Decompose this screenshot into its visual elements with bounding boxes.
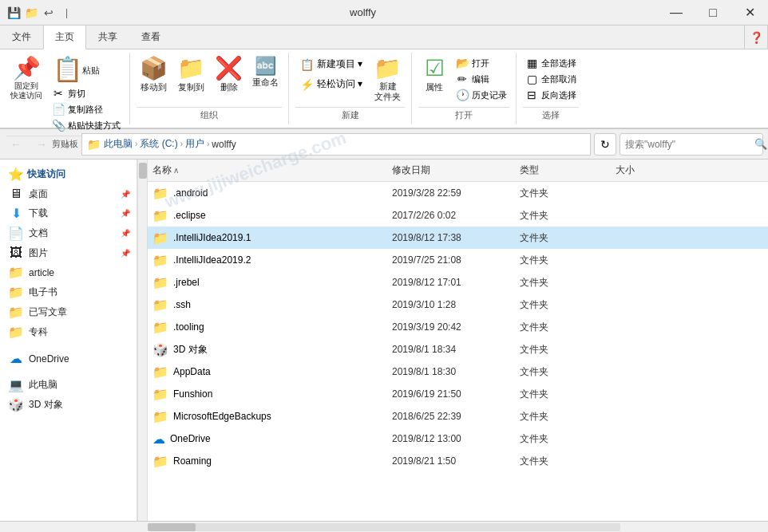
open-icon: 📂 xyxy=(456,57,469,69)
sidebar-item-specialty[interactable]: 📁 专科 xyxy=(0,322,137,342)
tab-home[interactable]: 主页 xyxy=(43,25,86,49)
table-row[interactable]: 📁.IntelliJIdea2019.1 2019/8/12 17:38 文件夹 xyxy=(148,227,768,249)
filelist: 📁.android 2019/3/28 22:59 文件夹 📁.eclipse … xyxy=(148,182,768,521)
ribbon-group-open: ☑ 属性 📂 打开 ✏ 编辑 🕐 历史记录 打开 xyxy=(412,53,517,124)
copypath-button[interactable]: 📄 复制路径 xyxy=(49,102,123,116)
table-row[interactable]: 📁.jrebel 2019/8/12 17:01 文件夹 xyxy=(148,271,768,294)
pin-indicator3: 📌 xyxy=(121,229,130,238)
back-button[interactable]: ← xyxy=(5,133,27,156)
invertselect-icon: ⊟ xyxy=(525,89,538,101)
breadcrumb-wolffy[interactable]: wolffy xyxy=(212,139,236,150)
star-icon: ⭐ xyxy=(8,167,24,182)
newfolder-button[interactable]: 📁 新建文件夹 xyxy=(370,56,405,104)
search-box[interactable]: 🔍 xyxy=(620,133,763,156)
thispc-icon: 💻 xyxy=(8,377,24,392)
table-row[interactable]: 📁Roaming 2019/8/21 1:50 文件夹 xyxy=(148,450,768,472)
sidebar-section-quickaccess: ⭐ 快速访问 🖥 桌面 📌 ⬇ 下载 📌 📄 xyxy=(0,163,137,344)
paste-button[interactable]: 📋 粘贴 xyxy=(49,56,123,85)
table-row[interactable]: 🎲3D 对象 2019/8/1 18:34 文件夹 xyxy=(148,338,768,361)
history-button[interactable]: 🕐 历史记录 xyxy=(453,88,509,102)
minimize-button[interactable]: — xyxy=(658,0,695,26)
pin-indicator4: 📌 xyxy=(121,249,130,258)
forward-button[interactable]: → xyxy=(30,133,53,156)
table-row[interactable]: 📁.ssh 2019/3/10 1:28 文件夹 xyxy=(148,294,768,316)
clipboard-buttons: 📌 固定到快速访问 📋 粘贴 ✂ 剪切 📄 复制路径 📎 粘贴 xyxy=(6,56,123,132)
close-button[interactable]: ✕ xyxy=(731,0,768,26)
3d-icon: 🎲 xyxy=(152,342,168,357)
search-icon[interactable]: 🔍 xyxy=(750,138,768,150)
maximize-button[interactable]: □ xyxy=(695,0,731,26)
sidebar-item-pictures[interactable]: 🖼 图片 📌 xyxy=(0,243,137,262)
col-name[interactable]: 名称 ∧ xyxy=(148,162,387,179)
sidebar-quickaccess-header[interactable]: ⭐ 快速访问 xyxy=(0,164,137,184)
col-type[interactable]: 类型 xyxy=(515,162,611,179)
rename-button[interactable]: 🔤 重命名 xyxy=(249,56,282,90)
moveto-button[interactable]: 📦 移动到 xyxy=(137,56,171,95)
sidebar-item-article[interactable]: 📁 article xyxy=(0,262,137,282)
pasteshortcut-button[interactable]: 📎 粘贴快捷方式 xyxy=(49,118,123,132)
col-size[interactable]: 大小 xyxy=(611,162,768,179)
search-input[interactable] xyxy=(620,139,750,150)
table-row[interactable]: 📁AppData 2019/8/1 18:30 文件夹 xyxy=(148,361,768,383)
breadcrumb-users[interactable]: 用户 xyxy=(185,137,204,151)
help-icon[interactable]: ❓ xyxy=(744,25,768,49)
folder-icon: 📁 xyxy=(152,454,168,469)
table-row[interactable]: 📁Funshion 2019/6/19 21:50 文件夹 xyxy=(148,383,768,405)
breadcrumb[interactable]: 📁 此电脑 › 系统 (C:) › 用户 › wolffy xyxy=(81,133,591,156)
sidebar-documents-label: 文档 xyxy=(29,227,116,240)
select-label: 选择 xyxy=(523,107,579,121)
newitem-icon: 📋 xyxy=(300,58,314,71)
open-buttons: ☑ 属性 📂 打开 ✏ 编辑 🕐 历史记录 xyxy=(418,56,509,104)
sidebar-scrollbar[interactable] xyxy=(137,160,147,521)
refresh-button[interactable]: ↻ xyxy=(594,133,616,156)
titlebar-save-icon[interactable]: 💾 xyxy=(6,6,21,20)
sidebar-item-written[interactable]: 📁 已写文章 xyxy=(0,302,137,322)
selectall-button[interactable]: ▦ 全部选择 xyxy=(523,56,579,70)
table-row[interactable]: 📁.android 2019/3/28 22:59 文件夹 xyxy=(148,182,768,204)
col-date[interactable]: 修改日期 xyxy=(387,162,515,179)
delete-button[interactable]: ❌ 删除 xyxy=(212,56,246,95)
hscroll-thumb xyxy=(148,523,196,531)
cut-button[interactable]: ✂ 剪切 xyxy=(49,86,123,100)
table-row[interactable]: 📁.IntelliJIdea2019.2 2019/7/25 21:08 文件夹 xyxy=(148,249,768,271)
table-row[interactable]: 📁.eclipse 2017/2/26 0:02 文件夹 xyxy=(148,204,768,227)
invertselect-button[interactable]: ⊟ 反向选择 xyxy=(523,88,579,102)
breadcrumb-thispc[interactable]: 此电脑 xyxy=(104,137,133,151)
sidebar-item-onedrive[interactable]: ☁ OneDrive xyxy=(0,349,137,368)
sidebar-item-thispc[interactable]: 💻 此电脑 xyxy=(0,375,137,395)
folder-icon: 📁 xyxy=(152,365,168,380)
sidebar-section-onedrive: ☁ OneDrive xyxy=(0,347,137,370)
deselectall-button[interactable]: ▢ 全部取消 xyxy=(523,72,579,86)
sidebar-item-desktop[interactable]: 🖥 桌面 📌 xyxy=(0,184,137,203)
sidebar-pictures-label: 图片 xyxy=(29,246,116,260)
table-row[interactable]: ☁OneDrive 2019/8/12 13:00 文件夹 xyxy=(148,428,768,450)
properties-button[interactable]: ☑ 属性 xyxy=(418,56,450,95)
titlebar-folder-icon[interactable]: 📁 xyxy=(24,6,38,20)
up-button[interactable]: ↑ xyxy=(56,133,78,156)
tab-share[interactable]: 共享 xyxy=(86,25,129,49)
copypath-icon: 📄 xyxy=(52,103,65,116)
tab-file[interactable]: 文件 xyxy=(0,25,43,49)
sidebar-item-ebook[interactable]: 📁 电子书 xyxy=(0,282,137,302)
newitem-button[interactable]: 📋 新建项目 ▾ xyxy=(295,56,367,73)
specialty-icon: 📁 xyxy=(8,325,24,340)
sidebar-item-documents[interactable]: 📄 文档 📌 xyxy=(0,223,137,243)
tab-view[interactable]: 查看 xyxy=(129,25,172,49)
sidebar-item-3dobjects[interactable]: 🎲 3D 对象 xyxy=(0,395,137,415)
pictures-icon: 🖼 xyxy=(8,246,24,260)
breadcrumb-c[interactable]: 系统 (C:) xyxy=(140,137,177,151)
edit-button[interactable]: ✏ 编辑 xyxy=(453,72,509,86)
table-row[interactable]: 📁.tooling 2019/3/19 20:42 文件夹 xyxy=(148,316,768,338)
titlebar-undo-icon[interactable]: ↩ xyxy=(42,6,56,20)
sidebar-item-downloads[interactable]: ⬇ 下载 📌 xyxy=(0,203,137,223)
copyto-button[interactable]: 📁 复制到 xyxy=(174,56,208,95)
window-controls: — □ ✕ xyxy=(658,0,768,26)
horizontal-scrollbar[interactable] xyxy=(0,521,768,532)
ribbon: 📌 固定到快速访问 📋 粘贴 ✂ 剪切 📄 复制路径 📎 粘贴 xyxy=(0,49,768,129)
open-button[interactable]: 📂 打开 xyxy=(453,56,509,70)
easyaccess-button[interactable]: ⚡ 轻松访问 ▾ xyxy=(295,76,367,93)
sidebar: ⭐ 快速访问 🖥 桌面 📌 ⬇ 下载 📌 📄 xyxy=(0,160,137,521)
table-row[interactable]: 📁MicrosoftEdgeBackups 2018/6/25 22:39 文件… xyxy=(148,405,768,428)
select-buttons: ▦ 全部选择 ▢ 全部取消 ⊟ 反向选择 xyxy=(523,56,579,104)
pin-button[interactable]: 📌 固定到快速访问 xyxy=(6,56,46,102)
